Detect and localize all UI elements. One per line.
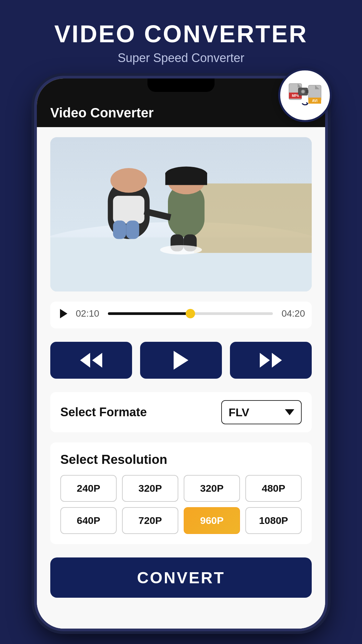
media-controls bbox=[50, 338, 312, 382]
svg-rect-19 bbox=[113, 220, 126, 239]
ff-triangle-2 bbox=[272, 353, 282, 368]
side-button-power bbox=[325, 239, 330, 307]
app-title: VIDEO CONVERTER bbox=[0, 20, 362, 48]
format-selected-value: FLV bbox=[229, 406, 249, 419]
rewind-triangle-2 bbox=[92, 353, 102, 368]
rewind-triangle-1 bbox=[80, 353, 90, 368]
progress-fill bbox=[108, 312, 190, 315]
resolution-button-1080p[interactable]: 1080P bbox=[245, 507, 302, 534]
play-button[interactable] bbox=[140, 342, 222, 379]
format-row: Select Formate FLV bbox=[50, 392, 312, 432]
phone-frame: Video Converter bbox=[37, 78, 325, 629]
svg-rect-20 bbox=[126, 220, 139, 239]
svg-rect-24 bbox=[165, 173, 207, 185]
resolution-button-480p[interactable]: 480P bbox=[245, 475, 302, 502]
play-icon bbox=[174, 351, 188, 370]
mini-play-icon bbox=[60, 309, 67, 318]
notch bbox=[147, 78, 215, 92]
mini-play-button[interactable] bbox=[57, 307, 70, 320]
app-icon-badge: MP4 AVI bbox=[278, 68, 332, 122]
resolution-button-240p[interactable]: 240P bbox=[60, 475, 117, 502]
phone-inner: Video Converter bbox=[37, 78, 325, 629]
resolution-title: Select Resolution bbox=[60, 452, 302, 467]
progress-bar[interactable] bbox=[108, 312, 273, 315]
format-select-dropdown[interactable]: FLV bbox=[221, 400, 302, 424]
convert-button[interactable]: CONVERT bbox=[50, 557, 312, 598]
svg-rect-7 bbox=[306, 90, 308, 93]
fast-forward-icon bbox=[260, 353, 282, 368]
format-icons: MP4 AVI bbox=[288, 82, 322, 109]
rewind-icon bbox=[80, 353, 102, 368]
resolution-button-960p[interactable]: 960P bbox=[184, 507, 240, 534]
total-time: 04:20 bbox=[278, 308, 305, 319]
convert-label: CONVERT bbox=[137, 569, 225, 587]
format-label: Select Formate bbox=[60, 405, 147, 419]
svg-rect-18 bbox=[113, 196, 144, 224]
svg-text:AVI: AVI bbox=[312, 99, 317, 103]
resolution-button-640p[interactable]: 640P bbox=[60, 507, 117, 534]
svg-rect-15 bbox=[194, 183, 312, 253]
svg-text:MP4: MP4 bbox=[292, 94, 299, 98]
resolution-button-320p[interactable]: 320P bbox=[122, 475, 178, 502]
rewind-button[interactable] bbox=[50, 342, 132, 379]
ff-triangle-1 bbox=[260, 353, 270, 368]
app-header: VIDEO CONVERTER Super Speed Converter bbox=[0, 0, 362, 75]
resolution-button-720p[interactable]: 720P bbox=[122, 507, 178, 534]
progress-row: 02:10 04:20 bbox=[57, 307, 305, 320]
side-button-volume-up bbox=[32, 193, 37, 223]
resolution-button-320p[interactable]: 320P bbox=[184, 475, 240, 502]
format-icon-svg: MP4 AVI bbox=[288, 82, 322, 109]
phone-container: MP4 AVI bbox=[37, 78, 325, 629]
resolution-grid: 240P320P320P480P640P720P960P1080P bbox=[60, 475, 302, 534]
progress-thumb[interactable] bbox=[186, 309, 195, 318]
current-time: 02:10 bbox=[76, 308, 103, 319]
svg-point-27 bbox=[160, 245, 202, 255]
snow-scene bbox=[50, 137, 312, 291]
side-button-silent bbox=[32, 286, 37, 333]
resolution-section: Select Resolution 240P320P320P480P640P72… bbox=[50, 442, 312, 544]
svg-point-6 bbox=[302, 90, 304, 93]
scene-svg bbox=[50, 137, 312, 291]
main-content: 02:10 04:20 bbox=[37, 127, 325, 629]
video-controls: 02:10 04:20 bbox=[50, 302, 312, 328]
app-bar-title: Video Converter bbox=[50, 105, 154, 120]
app-subtitle: Super Speed Converter bbox=[0, 51, 362, 65]
fast-forward-button[interactable] bbox=[230, 342, 312, 379]
svg-point-17 bbox=[110, 168, 147, 193]
video-thumbnail bbox=[50, 137, 312, 291]
side-button-volume-down bbox=[32, 233, 37, 280]
chevron-down-icon bbox=[285, 409, 294, 415]
